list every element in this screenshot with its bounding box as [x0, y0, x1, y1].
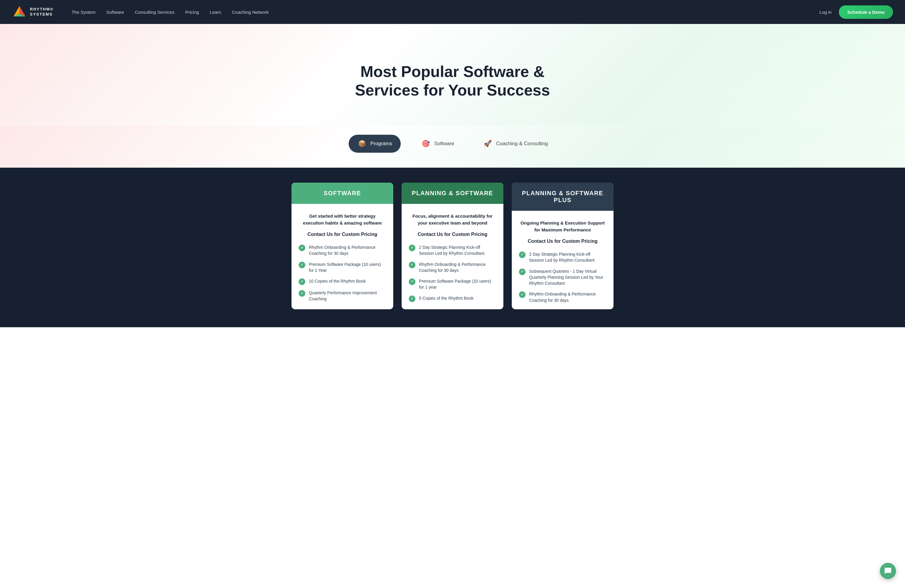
check-icon	[519, 269, 526, 275]
programs-icon: 📦	[357, 139, 367, 148]
list-item: Subsequent Quarters - 1 Day Virtual Quar…	[519, 268, 607, 286]
card-software-header: SOFTWARE	[292, 183, 393, 204]
check-icon	[519, 291, 526, 298]
feature-text: 2 Day Strategic Planning Kick-off Sessio…	[419, 244, 496, 257]
card-planning-features: 2 Day Strategic Planning Kick-off Sessio…	[409, 244, 496, 302]
list-item: Premium Software Package (10 users) for …	[409, 278, 496, 291]
feature-text: Premium Software Package (10 users) for …	[419, 278, 496, 291]
tab-software[interactable]: 🎯 Software	[413, 135, 463, 153]
nav-links: The System Software Consulting Services …	[71, 10, 819, 15]
tab-coaching-label: Coaching & Consulting	[496, 141, 548, 147]
software-tab-icon: 🎯	[421, 139, 431, 148]
check-icon	[298, 245, 305, 251]
nav-consulting[interactable]: Consulting Services	[135, 10, 175, 15]
check-icon	[298, 262, 305, 268]
card-plus-header: PLANNING & SOFTWARE PLUS	[512, 183, 613, 211]
logo-icon	[12, 5, 27, 19]
check-icon	[409, 262, 415, 268]
tab-programs-label: Programs	[370, 141, 392, 147]
nav-pricing[interactable]: Pricing	[185, 10, 199, 15]
feature-text: 5 Copies of the Rhythm Book	[419, 295, 473, 301]
feature-text: Rhythm Onboarding & Performance Coaching…	[419, 261, 496, 273]
card-software: SOFTWARE Get started with better strateg…	[292, 183, 393, 309]
list-item: Rhythm Onboarding & Performance Coaching…	[519, 291, 607, 303]
card-plus-desc: Ongoing Planning & Execution Support for…	[519, 220, 607, 233]
tabs-section: 📦 Programs 🎯 Software 🚀 Coaching & Consu…	[0, 126, 905, 168]
feature-text: 10 Copies of the Rhythm Book	[309, 278, 366, 284]
hero-section: Most Popular Software & Services for You…	[0, 24, 905, 126]
card-software-features: Rhythm Onboarding & Performance Coaching…	[298, 244, 386, 302]
coaching-icon: 🚀	[483, 139, 492, 148]
card-planning-software-plus: PLANNING & SOFTWARE PLUS Ongoing Plannin…	[512, 183, 613, 309]
card-plus-body: Ongoing Planning & Execution Support for…	[512, 211, 613, 309]
check-icon	[409, 296, 415, 302]
check-icon	[298, 278, 305, 285]
card-plus-features: 2 Day Strategic Planning Kick-off Sessio…	[519, 251, 607, 303]
feature-text: Subsequent Quarters - 1 Day Virtual Quar…	[529, 268, 607, 286]
pricing-cards-section: SOFTWARE Get started with better strateg…	[0, 168, 905, 327]
feature-text: Rhythm Onboarding & Performance Coaching…	[529, 291, 607, 303]
list-item: Quarterly Performance Improvement Coachi…	[298, 290, 386, 302]
card-software-price: Contact Us for Custom Pricing	[298, 232, 386, 237]
card-planning-software: PLANNING & SOFTWARE Focus, alignment & a…	[402, 183, 503, 309]
card-planning-header: PLANNING & SOFTWARE	[402, 183, 503, 204]
list-item: Premium Software Package (10 users) for …	[298, 261, 386, 273]
hero-title: Most Popular Software & Services for You…	[355, 62, 550, 100]
nav-actions: Log in Schedule a Demo	[819, 5, 893, 19]
tab-software-label: Software	[434, 141, 454, 147]
nav-learn[interactable]: Learn	[210, 10, 221, 15]
nav-coaching-network[interactable]: Coaching Network	[232, 10, 269, 15]
check-icon	[519, 251, 526, 258]
card-software-desc: Get started with better strategy executi…	[298, 213, 386, 226]
card-planning-title: PLANNING & SOFTWARE	[412, 190, 493, 196]
login-link[interactable]: Log in	[819, 10, 832, 15]
list-item: Rhythm Onboarding & Performance Coaching…	[298, 244, 386, 257]
tab-coaching-consulting[interactable]: 🚀 Coaching & Consulting	[475, 135, 556, 153]
card-planning-desc: Focus, alignment & accountability for yo…	[409, 213, 496, 226]
feature-text: Quarterly Performance Improvement Coachi…	[309, 290, 386, 302]
check-icon	[409, 278, 415, 285]
feature-text: Premium Software Package (10 users) for …	[309, 261, 386, 273]
nav-software[interactable]: Software	[106, 10, 124, 15]
check-icon	[409, 245, 415, 251]
card-software-body: Get started with better strategy executi…	[292, 204, 393, 308]
card-plus-title: PLANNING & SOFTWARE PLUS	[522, 190, 603, 203]
list-item: 10 Copies of the Rhythm Book	[298, 278, 386, 285]
feature-text: 2 Day Strategic Planning Kick-off Sessio…	[529, 251, 607, 264]
check-icon	[298, 290, 305, 297]
tab-programs[interactable]: 📦 Programs	[349, 135, 401, 153]
logo-text: RHYTHM® SYSTEMS	[30, 7, 54, 17]
navbar: RHYTHM® SYSTEMS The System Software Cons…	[0, 0, 905, 24]
list-item: 5 Copies of the Rhythm Book	[409, 295, 496, 302]
list-item: 2 Day Strategic Planning Kick-off Sessio…	[519, 251, 607, 264]
nav-the-system[interactable]: The System	[71, 10, 95, 15]
feature-text: Rhythm Onboarding & Performance Coaching…	[309, 244, 386, 257]
card-plus-price: Contact Us for Custom Pricing	[519, 238, 607, 244]
logo[interactable]: RHYTHM® SYSTEMS	[12, 5, 54, 19]
card-software-title: SOFTWARE	[324, 190, 361, 196]
list-item: 2 Day Strategic Planning Kick-off Sessio…	[409, 244, 496, 257]
card-planning-price: Contact Us for Custom Pricing	[409, 232, 496, 237]
card-planning-body: Focus, alignment & accountability for yo…	[402, 204, 503, 308]
list-item: Rhythm Onboarding & Performance Coaching…	[409, 261, 496, 273]
schedule-demo-button[interactable]: Schedule a Demo	[839, 5, 893, 19]
